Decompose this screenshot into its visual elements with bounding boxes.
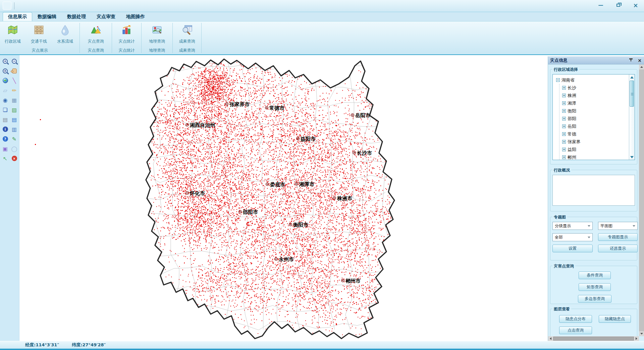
- overview-textarea[interactable]: [552, 175, 635, 206]
- tree-item-city[interactable]: +邵阳: [562, 115, 635, 122]
- overview-group: 行政概况: [550, 170, 637, 211]
- tree-item-province[interactable]: −湖南省: [556, 76, 635, 84]
- button-label: 灾点查询: [88, 39, 104, 44]
- delete-icon[interactable]: ×: [10, 154, 18, 162]
- thematic-show-button[interactable]: 专题图显示: [598, 233, 638, 241]
- tree-expander-icon[interactable]: +: [562, 148, 566, 151]
- scroll-down-icon[interactable]: [630, 156, 634, 160]
- svg-text:岳阳市: 岳阳市: [355, 112, 370, 118]
- title-bar: — ×: [0, 0, 644, 12]
- tree-item-city[interactable]: +株洲: [562, 92, 635, 99]
- pin-icon[interactable]: [629, 58, 633, 63]
- tree-item-city[interactable]: +张家界: [562, 138, 635, 146]
- tree-expander-icon[interactable]: +: [562, 132, 566, 136]
- settings-button[interactable]: 设置: [552, 245, 593, 252]
- panel-vertical-scrollbar[interactable]: [639, 64, 644, 336]
- geo-query-button[interactable]: 地理查询: [146, 24, 168, 44]
- tab-info-display[interactable]: 信息展示: [3, 12, 32, 21]
- map-tool-strip: +−±╲▱✏◉▦❏▨▤▤i▥?✎▣◯↖×: [0, 55, 19, 341]
- pan-icon[interactable]: [10, 67, 18, 75]
- minimize-button[interactable]: —: [596, 1, 606, 9]
- map-type-select[interactable]: 平面图: [598, 222, 638, 230]
- tree-expander-icon[interactable]: +: [562, 101, 566, 105]
- zoom-in-icon[interactable]: +: [1, 57, 9, 65]
- document-icon[interactable]: ▥: [10, 125, 18, 133]
- button-label: 交通干线: [31, 39, 47, 44]
- tree-item-city[interactable]: +衡阳: [562, 107, 635, 115]
- click-query-button[interactable]: 点击查询: [559, 327, 592, 334]
- ribbon: 行政区域 交通干线 水系流域: [0, 21, 644, 55]
- disaster-query-button[interactable]: 灾点查询: [85, 24, 107, 44]
- tree-expander-icon[interactable]: +: [562, 155, 566, 159]
- help-icon[interactable]: ?: [1, 135, 9, 143]
- tree-item-city[interactable]: +益阳: [562, 146, 635, 153]
- tree-expander-icon[interactable]: +: [562, 109, 566, 113]
- group-label: 行政区域选择: [552, 67, 579, 72]
- display-mode-select[interactable]: 分级显示: [552, 222, 593, 230]
- scroll-down-icon[interactable]: [640, 333, 643, 336]
- map-canvas[interactable]: 张家界市常德市岳阳市湘西自治州益阳市长沙市娄底市湘潭市怀化市株洲市邵阳市衡阳市永…: [0, 55, 644, 341]
- color-printer-icon[interactable]: ▤: [10, 115, 18, 123]
- svg-text:张家界市: 张家界市: [229, 101, 250, 107]
- tree-item-label: 益阳: [568, 147, 576, 153]
- select-arrow-icon[interactable]: ↖: [1, 154, 9, 162]
- scroll-up-icon[interactable]: [630, 74, 634, 79]
- condition-query-button[interactable]: 条件查询: [579, 271, 611, 279]
- ellipse-icon[interactable]: ◯: [10, 145, 18, 153]
- scroll-right-icon[interactable]: [636, 337, 639, 340]
- tree-item-city[interactable]: +湘潭: [562, 99, 635, 107]
- tree-item-city[interactable]: +常德: [562, 130, 635, 138]
- shape-icon[interactable]: ▱: [1, 86, 9, 94]
- restore-icon: [616, 4, 620, 7]
- eye-icon[interactable]: ◉: [1, 96, 9, 104]
- tree-expander-icon[interactable]: +: [562, 140, 566, 144]
- panel-horizontal-scrollbar[interactable]: [548, 336, 639, 341]
- hide-hazard-button[interactable]: 隐藏隐患点: [599, 315, 631, 323]
- tree-expander-icon[interactable]: −: [556, 78, 560, 82]
- tree-item-city[interactable]: +郴州: [562, 153, 635, 160]
- tab-map-operation[interactable]: 地图操作: [121, 12, 150, 21]
- rectangle-query-button[interactable]: 矩形查询: [579, 283, 611, 291]
- restore-button[interactable]: [613, 1, 623, 9]
- horizontal-scrollbar-thumb[interactable]: [553, 337, 634, 341]
- tree-scrollbar-thumb[interactable]: [630, 81, 634, 107]
- tree-expander-icon[interactable]: +: [562, 124, 566, 128]
- zoom-out-icon[interactable]: −: [10, 57, 18, 65]
- result-query-button[interactable]: 成果查询: [176, 24, 198, 44]
- zoom-extent-icon[interactable]: ±: [1, 67, 9, 75]
- water-system-button[interactable]: 水系流域: [54, 24, 76, 44]
- tree-scrollbar[interactable]: [629, 74, 635, 160]
- info-icon[interactable]: i: [1, 125, 9, 133]
- quick-access-toolbar[interactable]: [3, 2, 11, 10]
- scroll-up-icon[interactable]: [640, 65, 643, 68]
- tree-expander-icon[interactable]: +: [562, 94, 566, 97]
- disaster-stats-button[interactable]: 灾点统计: [116, 24, 138, 44]
- svg-text:湘西自治州: 湘西自治州: [190, 122, 215, 128]
- tree-item-city[interactable]: +岳阳: [562, 122, 635, 130]
- tree-item-label: 郴州: [568, 154, 576, 160]
- traffic-line-button[interactable]: 交通干线: [28, 24, 50, 44]
- tab-data-process[interactable]: 数据处理: [62, 12, 91, 21]
- filter-select[interactable]: 全部: [552, 233, 593, 241]
- printer-icon[interactable]: ▤: [1, 115, 9, 123]
- rectangle-icon[interactable]: ▣: [1, 145, 9, 153]
- scroll-left-icon[interactable]: [548, 337, 551, 340]
- window-layout-icon[interactable]: ❏: [1, 106, 9, 114]
- full-extent-globe-icon[interactable]: [1, 77, 9, 85]
- close-button[interactable]: ×: [631, 1, 641, 9]
- image-icon[interactable]: ▨: [10, 106, 18, 114]
- tab-data-edit[interactable]: 数据编辑: [32, 12, 62, 21]
- tree-item-city[interactable]: +长沙: [562, 84, 635, 92]
- polygon-query-button[interactable]: 多边形查询: [578, 295, 611, 303]
- brush-icon[interactable]: ✏: [10, 86, 18, 94]
- region-area-button[interactable]: 行政区域: [2, 24, 23, 44]
- hazard-distribution-button[interactable]: 隐患点分布: [559, 315, 592, 323]
- measure-line-icon[interactable]: ╲: [10, 77, 18, 85]
- grid-table-icon[interactable]: ▦: [10, 96, 18, 104]
- panel-close-icon[interactable]: ×: [637, 58, 642, 63]
- tree-expander-icon[interactable]: +: [562, 86, 566, 90]
- tree-expander-icon[interactable]: +: [562, 117, 566, 120]
- pen-icon[interactable]: ✎: [10, 135, 18, 143]
- tab-disaster-review[interactable]: 灾点审查: [91, 12, 121, 21]
- restore-display-button[interactable]: 还原显示: [598, 245, 638, 252]
